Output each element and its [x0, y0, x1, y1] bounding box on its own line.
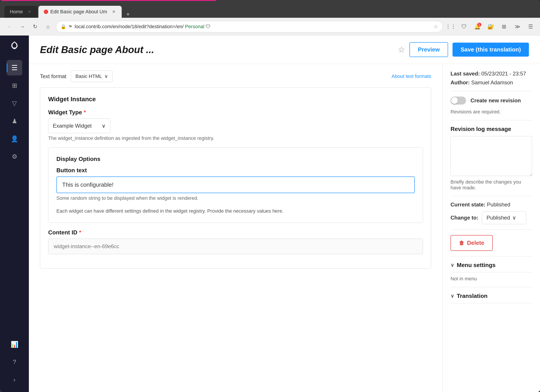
shield-icon: ⚑ [68, 24, 72, 29]
menu-settings-chevron-icon: ∨ [450, 262, 454, 268]
text-format-select[interactable]: Basic HTML ∨ [71, 71, 113, 82]
sidebar-item-settings[interactable]: ⚙ [7, 149, 22, 164]
revision-required-note: Revisions are required. [450, 109, 532, 115]
tab-edit-close[interactable]: ✕ [111, 9, 116, 15]
delete-label: Delete [467, 239, 484, 246]
sidebar-item-help[interactable]: ? [7, 354, 22, 370]
button-text-label: Button text [56, 167, 415, 174]
sidebar-item-expand[interactable]: › [7, 372, 22, 387]
new-tab-button[interactable]: + [123, 11, 133, 18]
revision-log-label: Revision log message [450, 126, 532, 133]
more-icon[interactable]: ≫ [512, 22, 522, 31]
menu-icon[interactable]: ☰ [526, 22, 535, 31]
text-format-label: Text format [40, 73, 66, 79]
sidebar-item-people[interactable]: 👤 [7, 131, 22, 147]
delete-button[interactable]: 🗑 Delete [450, 235, 493, 251]
widget-instance-title: Widget Instance [48, 96, 423, 103]
drupal-logo [8, 40, 21, 53]
browser-window: Home ✕ 🔴 Edit Basic page About Um ✕ + ← … [0, 0, 540, 392]
page-header: Edit Basic page About ... ☆ Preview Save… [29, 35, 540, 64]
text-format-value: Basic HTML [75, 74, 102, 79]
widget-type-value: Example Widget [53, 123, 92, 129]
last-saved-meta: Last saved: 05/23/2021 - 23:57 [450, 71, 532, 77]
bookmark-icon[interactable]: ☆ [434, 24, 438, 30]
toolbar-right: ⋮⋮ 🛡 🔔 1 🔐 ⊞ ≫ ☰ [446, 22, 535, 31]
button-text-input[interactable] [56, 176, 415, 193]
widget-type-description: The widget_instance definition as ingest… [48, 135, 423, 141]
change-to-row: Change to: Published ∨ [450, 211, 532, 224]
page-area: Edit Basic page About ... ☆ Preview Save… [29, 35, 540, 392]
last-saved-label: Last saved: [450, 71, 480, 77]
notifications-icon[interactable]: 🔔 1 [472, 22, 482, 31]
save-button[interactable]: Save (this translation) [453, 43, 529, 57]
translation-title: Translation [457, 293, 488, 299]
widget-type-select[interactable]: Example Widget ∨ [48, 119, 110, 133]
sidebar-item-structure[interactable]: ⊞ [7, 78, 22, 93]
sidebar-item-appearance[interactable]: ▽ [7, 95, 22, 111]
tab-edit[interactable]: 🔴 Edit Basic page About Um ✕ [38, 6, 122, 18]
toggle-knob [451, 97, 458, 104]
menu-settings-title: Menu settings [457, 262, 495, 268]
text-format-bar: Text format Basic HTML ∨ About text form… [40, 71, 431, 82]
current-state-row: Current state: Published [450, 202, 532, 208]
tab-home[interactable]: Home ✕ [5, 6, 38, 18]
content-icon: ☰ [11, 64, 18, 72]
notification-badge: 1 [477, 23, 481, 27]
display-options-section: Display Options Button text Some random … [48, 147, 423, 223]
browser-toolbar: ← → ↻ ⌂ 🔒 ⚑ local.contrib.com/en/node/18… [0, 18, 540, 35]
about-text-formats-link[interactable]: About text formats [391, 74, 431, 79]
back-button[interactable]: ← [5, 22, 14, 31]
home-button[interactable]: ⌂ [43, 22, 53, 31]
sidebar-item-extend[interactable]: ♟ [7, 113, 22, 129]
bookmark-star-icon[interactable]: ☆ [398, 45, 405, 54]
settings-icon: ⚙ [12, 153, 17, 160]
tab-edit-label: Edit Basic page About Um [50, 9, 107, 15]
structure-icon: ⊞ [12, 82, 17, 89]
author-meta: Author: Samuel Adamson [450, 79, 532, 86]
button-text-hint: Some random string to be displayed when … [56, 195, 415, 201]
button-text-field: Button text Some random string to be dis… [56, 167, 415, 201]
widget-type-chevron-icon: ∨ [102, 123, 106, 129]
tab-home-close[interactable]: ✕ [27, 9, 32, 15]
widget-type-field: Widget Type * Example Widget ∨ The widge… [48, 109, 423, 141]
translation-chevron-icon: ∨ [450, 293, 454, 299]
url-domain: local.contrib.com/en/node/18/edit?destin… [75, 24, 184, 29]
address-bar[interactable]: 🔒 ⚑ local.contrib.com/en/node/18/edit?de… [56, 21, 443, 32]
drupal-sidebar: ☰ ⊞ ▽ ♟ 👤 ⚙ 📊 ? [0, 35, 29, 392]
sidebar-item-reports[interactable]: 📊 [7, 337, 22, 352]
preview-button[interactable]: Preview [410, 42, 448, 57]
shield-toolbar-icon[interactable]: 🛡 [459, 22, 469, 31]
create-revision-toggle[interactable] [450, 97, 466, 104]
translation-header[interactable]: ∨ Translation [450, 293, 532, 303]
extend-icon: ♟ [12, 117, 17, 125]
reload-button[interactable]: ↻ [30, 22, 40, 31]
expand-icon: › [13, 376, 15, 383]
extensions-icon[interactable]: ⋮⋮ [446, 22, 456, 31]
author-label: Author: [450, 79, 470, 85]
forward-button[interactable]: → [17, 22, 27, 31]
url-green: Personal [185, 24, 204, 29]
widget-type-required: * [84, 109, 86, 116]
sidebar-item-content[interactable]: ☰ [7, 60, 22, 75]
tab-edit-icon: 🔴 [44, 10, 48, 14]
reports-icon: 📊 [11, 341, 18, 348]
menu-settings-header[interactable]: ∨ Menu settings [450, 262, 532, 272]
content-id-input[interactable] [48, 239, 423, 254]
appearance-icon: ▽ [12, 100, 17, 107]
page-body: Text format Basic HTML ∨ About text form… [29, 64, 540, 392]
change-to-value: Published [486, 215, 510, 221]
apps-icon[interactable]: ⊞ [499, 22, 509, 31]
menu-settings-section: ∨ Menu settings Not in menu [450, 262, 532, 282]
drupal-logo-icon [9, 41, 20, 52]
revision-log-textarea[interactable] [450, 136, 532, 176]
change-to-select[interactable]: Published ∨ [482, 211, 526, 224]
account-icon[interactable]: 🔐 [486, 22, 495, 31]
content-id-label: Content ID * [48, 229, 423, 236]
content-id-required: * [79, 229, 81, 236]
current-state-value: Published [487, 202, 510, 208]
url-icon: 🛡 [206, 24, 210, 29]
text-format-chevron: ∨ [104, 74, 108, 79]
display-options-title: Display Options [56, 156, 415, 163]
menu-settings-content: Not in menu [450, 272, 532, 282]
divider-5 [450, 256, 532, 256]
